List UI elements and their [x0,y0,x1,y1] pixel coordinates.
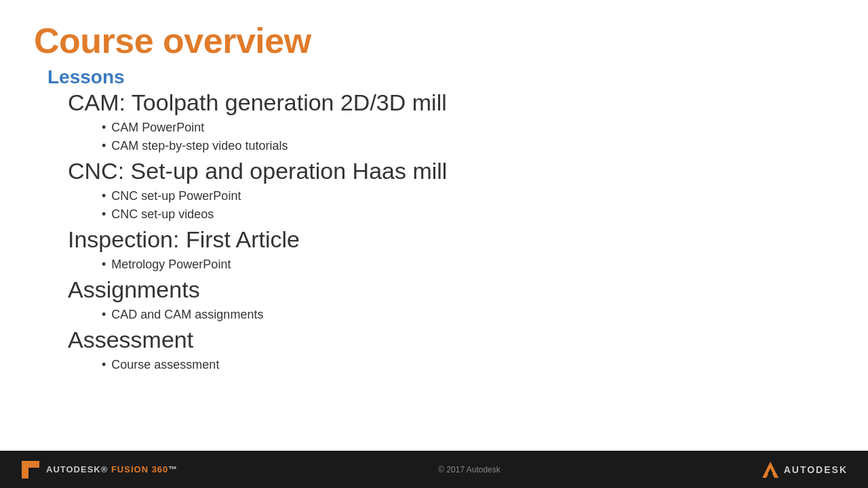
assignments-bullets: CAD and CAM assignments [102,306,834,324]
assessment-bullet-1: Course assessment [102,356,834,374]
footer-brand-right: AUTODESK [784,464,848,475]
footer-brand-left: AUTODESK® FUSION 360™ [46,464,178,474]
cam-bullet-1: CAM PowerPoint [102,119,834,137]
footer-copyright: © 2017 Autodesk [438,465,500,474]
cnc-bullet-1: CNC set-up PowerPoint [102,187,834,205]
cnc-bullet-2: CNC set-up videos [102,205,834,224]
cnc-bullets: CNC set-up PowerPoint CNC set-up videos [102,187,834,224]
footer-left: AUTODESK® FUSION 360™ [20,460,178,480]
footer-right: AUTODESK [761,460,848,479]
cnc-heading: CNC: Set-up and operation Haas mill [68,158,834,184]
slide: Course overview Lessons CAM: Toolpath ge… [0,0,868,488]
lessons-label: Lessons [47,66,834,88]
content-area: Lessons CAM: Toolpath generation 2D/3D m… [34,66,834,374]
assessment-heading: Assessment [68,327,834,353]
assessment-bullets: Course assessment [102,356,834,374]
inspection-bullet-1: Metrology PowerPoint [102,256,834,274]
autodesk-logo-icon [761,460,780,479]
slide-title: Course overview [34,20,834,61]
assignments-bullet-1: CAD and CAM assignments [102,306,834,324]
inspection-bullets: Metrology PowerPoint [102,256,834,274]
inspection-heading: Inspection: First Article [68,226,834,253]
cam-bullet-2: CAM step-by-step video tutorials [102,137,834,155]
cam-bullets: CAM PowerPoint CAM step-by-step video tu… [102,119,834,155]
assignments-heading: Assignments [68,277,834,303]
fusion-f-icon [20,460,41,480]
footer: AUTODESK® FUSION 360™ © 2017 Autodesk AU… [0,451,868,488]
cam-heading: CAM: Toolpath generation 2D/3D mill [68,89,834,116]
